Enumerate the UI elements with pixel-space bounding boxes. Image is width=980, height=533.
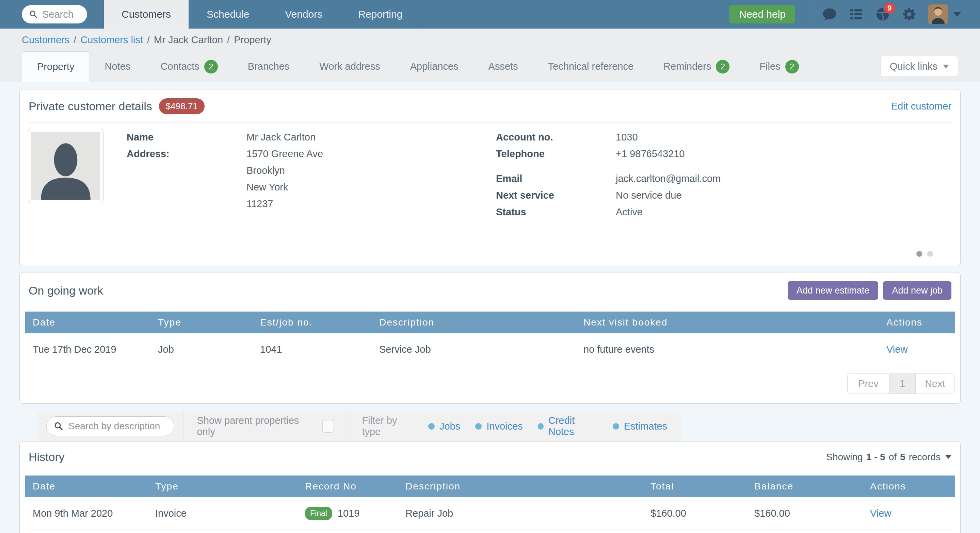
pagination-prev-button[interactable]: Prev — [848, 374, 889, 393]
tab-branches[interactable]: Branches — [233, 51, 305, 82]
filter-option-invoices[interactable]: Invoices — [475, 421, 522, 432]
breadcrumb-customers[interactable]: Customers — [22, 34, 70, 46]
col-header-total: Total — [643, 481, 747, 492]
nav-tab-vendors[interactable]: Vendors — [267, 0, 340, 29]
showing-records-dropdown[interactable]: Showing 1 - 5 of 5 records — [826, 452, 951, 463]
list-icon[interactable] — [849, 7, 864, 22]
table-header-row: Date Type Record No Description Total Ba… — [25, 476, 955, 497]
ongoing-work-header: On going work Add new estimate Add new j… — [20, 273, 960, 308]
add-new-estimate-button[interactable]: Add new estimate — [788, 281, 878, 300]
quick-links-button[interactable]: Quick links — [881, 56, 958, 77]
breadcrumb-customers-list[interactable]: Customers list — [80, 34, 143, 46]
nav-tab-customers[interactable]: Customers — [103, 0, 189, 29]
nav-tab-schedule[interactable]: Schedule — [189, 0, 267, 29]
pagination-next-button[interactable]: Next — [916, 374, 955, 393]
global-search[interactable] — [22, 5, 87, 24]
table-row: Wed 26th Feb 2020 Invoice Final 1017 Rep… — [25, 530, 955, 533]
status-label: Status — [496, 204, 616, 220]
next-service-label: Next service — [496, 187, 616, 204]
cell-type: Job — [150, 344, 253, 355]
table-row: Tue 17th Dec 2019 Job 1041 Service Job n… — [25, 333, 955, 366]
cell-description: Service Job — [372, 344, 576, 355]
tab-files[interactable]: Files 2 — [745, 51, 813, 82]
customer-photo-frame — [28, 129, 103, 203]
breadcrumb-customer-name: Mr Jack Carlton — [154, 34, 223, 46]
carousel-dot-active[interactable] — [916, 251, 922, 257]
pagination-page-1[interactable]: 1 — [889, 374, 916, 393]
col-header-type: Type — [148, 481, 298, 492]
col-header-date: Date — [25, 481, 148, 492]
email-label: Email — [496, 170, 616, 187]
gear-icon[interactable] — [902, 7, 917, 22]
add-new-job-button[interactable]: Add new job — [883, 281, 951, 300]
view-link[interactable]: View — [886, 344, 907, 355]
filter-estimates-link[interactable]: Estimates — [624, 421, 667, 432]
tab-notes[interactable]: Notes — [90, 51, 146, 82]
filter-option-credit-notes[interactable]: Credit Notes — [538, 415, 598, 438]
cell-balance: $160.00 — [747, 508, 862, 519]
balance-badge: $498.71 — [159, 98, 205, 114]
showing-range: 1 - 5 — [866, 452, 885, 463]
ongoing-work-title: On going work — [29, 284, 103, 297]
filter-option-estimates[interactable]: Estimates — [613, 421, 667, 432]
tab-label: Technical reference — [548, 61, 633, 72]
person-silhouette-icon — [31, 132, 100, 200]
parent-properties-label: Show parent properties only — [197, 415, 315, 438]
tab-technical-reference[interactable]: Technical reference — [533, 51, 649, 82]
search-icon — [53, 421, 64, 431]
tab-appliances[interactable]: Appliances — [395, 51, 474, 82]
need-help-button[interactable]: Need help — [729, 5, 795, 24]
tab-property[interactable]: Property — [22, 51, 90, 82]
filter-jobs-link[interactable]: Jobs — [439, 421, 460, 432]
tab-assets[interactable]: Assets — [474, 51, 533, 82]
col-header-actions: Actions — [879, 317, 955, 328]
spacer — [496, 162, 616, 170]
name-label: Name — [127, 129, 247, 146]
nav-tab-reporting[interactable]: Reporting — [340, 0, 420, 29]
user-avatar[interactable] — [928, 5, 948, 24]
tab-contacts[interactable]: Contacts 2 — [145, 51, 232, 82]
tab-label: Branches — [248, 61, 290, 72]
pagination: Prev 1 Next — [20, 366, 960, 397]
tab-label: Assets — [488, 61, 518, 72]
chat-icon[interactable] — [822, 7, 837, 22]
customer-fields-right: Account no. 1030 Telephone +1 9876543210… — [496, 129, 891, 220]
showing-total: 5 — [900, 452, 905, 463]
filter-option-jobs[interactable]: Jobs — [428, 421, 460, 432]
tab-label: Reminders — [663, 61, 711, 72]
status-badge-final: Final — [305, 507, 332, 520]
customer-card-header: Private customer details $498.71 Edit cu… — [20, 89, 960, 122]
account-no-label: Account no. — [496, 129, 616, 146]
cell-est-job-no: 1041 — [253, 344, 372, 355]
parent-properties-checkbox[interactable] — [322, 420, 335, 433]
carousel-dot[interactable] — [927, 251, 933, 257]
files-count-badge: 2 — [785, 60, 799, 73]
user-menu-caret-icon[interactable] — [953, 12, 961, 17]
description-search-input[interactable] — [68, 420, 167, 432]
chevron-down-icon — [943, 65, 949, 68]
tab-reminders[interactable]: Reminders 2 — [649, 51, 745, 82]
navbar-right: Need help 9 — [729, 0, 961, 29]
edit-customer-link[interactable]: Edit customer — [891, 101, 951, 112]
parent-properties-toggle: Show parent properties only — [183, 415, 348, 438]
status-value: Active — [616, 204, 891, 220]
tab-work-address[interactable]: Work address — [304, 51, 395, 82]
history-header: History Showing 1 - 5 of 5 records — [20, 441, 960, 472]
tab-label: Property — [37, 61, 75, 73]
filter-credit-notes-link[interactable]: Credit Notes — [548, 415, 598, 438]
globe-icon[interactable]: 9 — [875, 7, 890, 22]
filter-by-type: Filter by type Jobs Invoices Credit Note… — [348, 415, 681, 438]
tab-label: Files — [759, 61, 780, 72]
description-search[interactable] — [46, 416, 174, 436]
filter-invoices-link[interactable]: Invoices — [487, 421, 522, 432]
filter-by-type-label: Filter by type — [362, 415, 413, 438]
breadcrumb-separator: / — [227, 34, 230, 46]
view-link[interactable]: View — [870, 508, 891, 519]
quick-links-label: Quick links — [890, 61, 937, 72]
global-search-input[interactable] — [41, 8, 79, 21]
history-card: History Showing 1 - 5 of 5 records Date … — [19, 441, 961, 533]
col-header-record-no: Record No — [298, 481, 398, 492]
account-no-value: 1030 — [616, 129, 891, 146]
bullet-icon — [475, 423, 482, 430]
contacts-count-badge: 2 — [204, 60, 218, 73]
